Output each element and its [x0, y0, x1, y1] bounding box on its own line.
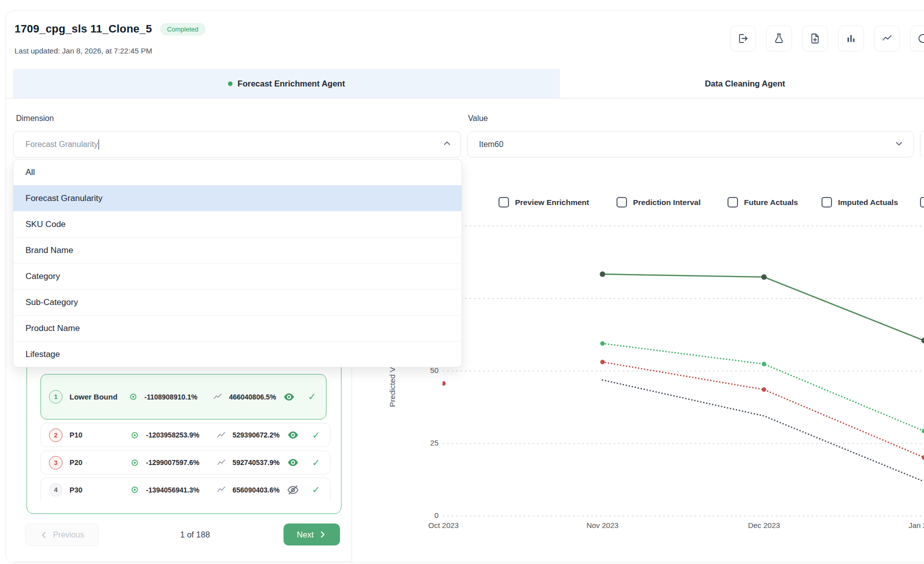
- trend-icon: [214, 393, 222, 400]
- dimension-option-all[interactable]: All: [14, 160, 462, 186]
- rank-badge: 1: [49, 390, 62, 404]
- metric-name: P20: [70, 458, 124, 466]
- check-icon[interactable]: ✓: [312, 430, 320, 440]
- metric-card-p20[interactable]: 3P20-1299007597.6%592740537.9%✓: [40, 450, 330, 474]
- y-tick-label: 25: [410, 438, 438, 447]
- metric-name: P30: [70, 486, 124, 494]
- text-cursor: [98, 140, 100, 150]
- data-point-green-dotted-upper: [922, 429, 924, 434]
- dimension-option-product-name[interactable]: Product Name: [14, 316, 462, 342]
- value-select[interactable]: Item60: [468, 131, 914, 158]
- app-root: 1709_cpg_sls 11_Clone_5 Completed Last u…: [0, 0, 924, 564]
- y-tick-label: 0: [410, 511, 438, 520]
- eye-off-icon[interactable]: [287, 485, 299, 495]
- metric-value-1: -1108908910.1%: [144, 393, 206, 401]
- data-point-red-dotted-mid: [762, 388, 766, 392]
- checkbox-icon[interactable]: [728, 197, 738, 208]
- rank-badge: 3: [49, 456, 62, 470]
- dimension-option-sku-code[interactable]: SKU Code: [14, 212, 462, 238]
- data-point-dark-green-solid: [922, 338, 924, 344]
- checkbox-icon[interactable]: [616, 197, 627, 208]
- x-tick-label: Oct 2023: [416, 521, 471, 530]
- x-tick-label: Jan 2024: [896, 521, 924, 530]
- data-point-dark-green-solid: [600, 272, 606, 277]
- dimension-input-value: Forecast Granularity: [26, 140, 98, 149]
- data-point-green-dotted-upper: [600, 341, 605, 346]
- toggle-prediction-interval[interactable]: Prediction Interval: [616, 197, 700, 208]
- toggle-preview-enrichment[interactable]: Preview Enrichment: [498, 197, 589, 208]
- dimension-option-brand-name[interactable]: Brand Name: [14, 238, 462, 264]
- previous-button[interactable]: Previous: [25, 524, 99, 546]
- toggle-future-actuals[interactable]: Future Actuals: [728, 197, 798, 208]
- dimension-option-category[interactable]: Category: [14, 264, 462, 290]
- trend-icon: [217, 432, 226, 439]
- check-icon[interactable]: ✓: [312, 485, 320, 494]
- check-icon[interactable]: ✓: [312, 458, 320, 468]
- next-button[interactable]: Next: [284, 524, 340, 546]
- toggle-imputed-actuals[interactable]: Imputed Actuals: [822, 197, 898, 208]
- metric-value-2: 529390672.2%: [232, 431, 280, 439]
- check-icon[interactable]: ✓: [308, 392, 316, 402]
- data-point-red-dotted-mid: [600, 360, 605, 364]
- metric-card-p30[interactable]: 4P30-1394056941.3%656090403.6%✓: [40, 478, 330, 502]
- rank-badge: 2: [49, 428, 62, 442]
- metric-value-2: 656090403.6%: [232, 486, 280, 494]
- metric-value-1: -1203958253.9%: [146, 431, 210, 439]
- clipped-control[interactable]: [920, 131, 924, 158]
- checkbox-icon[interactable]: [822, 197, 832, 208]
- eye-icon[interactable]: [287, 430, 299, 440]
- data-point-green-dotted-upper: [762, 362, 766, 366]
- data-point-red-point-oct: [442, 381, 446, 386]
- metric-name: P10: [70, 431, 124, 439]
- x-tick-label: Dec 2023: [736, 521, 792, 530]
- target-icon: [130, 486, 139, 494]
- dimension-input[interactable]: Forecast Granularity: [13, 131, 461, 158]
- dimension-option-forecast-granularity[interactable]: Forecast Granularity: [14, 186, 462, 212]
- data-point-dark-green-solid: [762, 274, 767, 280]
- series-line-green-dotted-upper: [602, 344, 924, 431]
- metric-value-2: 592740537.9%: [232, 458, 280, 466]
- metric-value-1: -1394056941.3%: [146, 486, 210, 494]
- eye-icon[interactable]: [287, 458, 299, 467]
- series-line-gray-dotted-lower: [602, 380, 924, 482]
- rank-badge: 4: [49, 483, 62, 496]
- target-icon: [130, 431, 139, 440]
- dimension-dropdown: AllForecast GranularitySKU CodeBrand Nam…: [13, 159, 462, 368]
- metric-card-lower-bound[interactable]: 1Lower Bound-1108908910.1%466040806.5%✓: [40, 374, 326, 420]
- series-line-red-dotted-mid: [602, 362, 924, 458]
- metric-card-p10[interactable]: 2P10-1203958253.9%529390672.2%✓: [40, 423, 330, 447]
- eye-icon[interactable]: [283, 392, 295, 402]
- dimension-option-sub-category[interactable]: Sub-Category: [14, 290, 462, 316]
- page-indicator: 1 of 188: [115, 524, 275, 546]
- target-icon: [129, 392, 138, 401]
- metric-name: Lower Bound: [70, 392, 122, 401]
- value-select-value: Item60: [479, 140, 504, 149]
- trend-icon: [217, 459, 226, 466]
- checkbox-icon[interactable]: [920, 197, 924, 208]
- chevron-down-icon[interactable]: [894, 139, 904, 150]
- x-tick-label: Nov 2023: [575, 521, 630, 530]
- dimension-option-lifestage[interactable]: Lifestage: [14, 342, 462, 367]
- metric-value-1: -1299007597.6%: [146, 458, 210, 466]
- metric-value-2: 466040806.5%: [229, 393, 276, 401]
- trend-icon: [217, 486, 226, 494]
- target-icon: [130, 458, 139, 467]
- checkbox-icon[interactable]: [498, 197, 509, 208]
- panel-bottom-divider: [14, 562, 353, 562]
- toggle-clipped[interactable]: [920, 197, 924, 208]
- series-line-dark-green-solid: [602, 274, 924, 340]
- chevron-up-icon[interactable]: [442, 139, 452, 150]
